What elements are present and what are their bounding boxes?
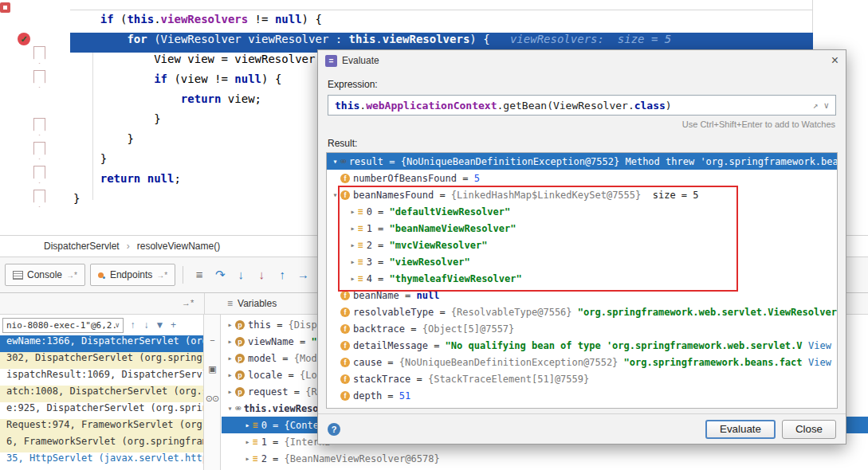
copy-stack-icon[interactable]: ▣	[208, 364, 215, 374]
remove-watch-icon[interactable]: −	[210, 335, 214, 345]
result-row[interactable]: ▾fbeanNamesFound = {LinkedHashMap$Linked…	[327, 186, 837, 203]
result-row[interactable]: ▸≡3 = "viewResolver"	[327, 253, 837, 270]
row-content: fstackTrace = {StackTraceElement[51]@755…	[330, 374, 837, 385]
result-row[interactable]: fbeanName = null	[327, 287, 837, 304]
help-icon[interactable]: ?	[328, 423, 340, 436]
code-token: view;	[221, 92, 261, 105]
expression-input[interactable]: this.webApplicationContext.getBean(ViewR…	[328, 95, 836, 116]
variables-menu-icon[interactable]: ≡	[227, 298, 233, 309]
result-row[interactable]: ▾⊙⊙result = {NoUniqueBeanDefinitionExcep…	[327, 153, 837, 170]
step-into-icon[interactable]: ↓	[232, 266, 249, 284]
expander-icon[interactable]: ▸	[348, 274, 358, 283]
chevron-down-icon[interactable]: ∨	[823, 100, 829, 111]
close-icon[interactable]: ×	[831, 54, 839, 67]
result-row[interactable]: fsuppressedExceptions = {Collections$Emp…	[327, 404, 837, 409]
thread-dropdown[interactable]: nio-8080-exec-1"@6,2... ∨	[2, 318, 124, 333]
result-row[interactable]: ▸≡1 = "beanNameViewResolver"	[327, 220, 837, 237]
run-to-cursor-icon[interactable]: →	[294, 266, 312, 284]
result-row[interactable]: fcause = {NoUniqueBeanDefinitionExceptio…	[327, 354, 837, 370]
variable-name: suppressedExceptions	[353, 407, 469, 409]
result-row[interactable]: ▸≡4 = "thymeleafViewResolver"	[327, 270, 837, 287]
equals-sign: =	[372, 223, 390, 234]
result-row[interactable]: fdepth = 51	[327, 387, 837, 404]
gutter-pin-icon	[33, 142, 45, 159]
view-link[interactable]: View	[803, 340, 837, 351]
previous-frame-icon[interactable]: ↑	[126, 319, 139, 331]
result-row[interactable]: fstackTrace = {StackTraceElement[51]@755…	[327, 370, 837, 387]
view-options-icon[interactable]: ≡	[190, 266, 208, 284]
mute-breakpoints-icon[interactable]	[0, 2, 10, 13]
watch-icon: ⊙⊙	[340, 158, 345, 165]
expander-icon[interactable]: ▸	[242, 421, 253, 429]
frame-row[interactable]: 6, FrameworkServlet (org.springframewo	[0, 436, 203, 452]
equals-sign: =	[428, 340, 446, 351]
expander-icon[interactable]: ▸	[225, 370, 235, 379]
frame-row[interactable]: atch:1008, DispatcherServlet (org.spring…	[0, 386, 203, 402]
expander-icon[interactable]: ▸	[225, 320, 235, 329]
breadcrumb-class[interactable]: DispatcherServlet	[44, 241, 120, 252]
variable-name: 0	[367, 206, 372, 217]
value-reference: {NoUniqueBeanDefinitionException@7552}	[399, 357, 619, 368]
equals-sign: =	[383, 156, 401, 167]
frame-row[interactable]: ewName:1366, DispatcherServlet (org.sp	[0, 335, 203, 352]
close-button[interactable]: Close	[782, 420, 836, 439]
equals-sign: =	[372, 240, 390, 251]
expander-icon[interactable]: ▸	[225, 354, 235, 362]
result-row[interactable]: fnumberOfBeansFound = 5	[327, 170, 837, 186]
show-watches-icon[interactable]: ⊙⊙	[206, 394, 218, 404]
filter-frames-icon[interactable]: ▼	[153, 319, 167, 331]
expander-icon[interactable]: ▾	[330, 157, 340, 166]
row-content: fresolvableType = {ResolvableType@7556} …	[330, 307, 837, 318]
expander-icon[interactable]: ▸	[348, 241, 358, 249]
expander-icon[interactable]: ▸	[348, 207, 358, 216]
variable-row[interactable]: ▸≡2 = {BeanNameViewResolver@6578}	[222, 450, 868, 467]
dialog-titlebar[interactable]: = Evaluate ×	[318, 50, 846, 71]
restore-view-icon[interactable]: →*	[182, 298, 194, 307]
field-icon: f	[340, 341, 350, 351]
code-token: }	[73, 132, 134, 145]
code-line[interactable]: if (this.viewResolvers != null) {	[70, 13, 813, 33]
result-row[interactable]: fbacktrace = {Object[5]@7557}	[327, 320, 837, 337]
array-item-icon: ≡	[358, 240, 363, 250]
variable-name: 2	[367, 240, 372, 251]
frame-row[interactable]: 35, HttpServlet (javax.servlet.http)	[0, 452, 203, 469]
tab-arrow-icon: →*	[156, 271, 167, 280]
field-icon: f	[340, 324, 350, 334]
breadcrumb-method[interactable]: resolveViewName()	[137, 241, 220, 252]
frame-row[interactable]: e:925, DispatcherServlet (org.springfram…	[0, 402, 203, 419]
result-row[interactable]: fresolvableType = {ResolvableType@7556} …	[327, 304, 837, 320]
equals-sign: =	[289, 386, 306, 398]
view-link[interactable]: View	[803, 357, 837, 368]
step-over-icon[interactable]: ↷	[211, 266, 229, 284]
tab-endpoints[interactable]: Endpoints →*	[90, 264, 175, 286]
frame-row[interactable]: Request:974, FrameworkServlet (org.sprin	[0, 419, 203, 436]
expander-icon[interactable]: ▸	[348, 257, 358, 266]
gutter-pin-icon	[33, 190, 45, 207]
equals-sign: =	[282, 370, 300, 381]
result-row[interactable]: ▸≡0 = "defaultViewResolver"	[327, 203, 837, 220]
expander-icon[interactable]: ▸	[242, 454, 253, 463]
expander-icon[interactable]: ▸	[225, 387, 235, 396]
step-out-icon[interactable]: ↑	[273, 266, 291, 284]
evaluate-button[interactable]: Evaluate	[705, 420, 776, 439]
tab-console[interactable]: Console →*	[5, 264, 85, 286]
frame-row[interactable]: ispatchResult:1069, DispatcherServlet (o…	[0, 369, 203, 386]
expander-icon[interactable]: ▸	[225, 337, 235, 346]
expander-icon[interactable]: ▸	[348, 224, 358, 233]
expander-icon[interactable]: ▾	[330, 190, 340, 199]
result-row[interactable]: fdetailMessage = "No qualifying bean of …	[327, 337, 837, 354]
add-frame-icon[interactable]: +	[167, 319, 180, 331]
expander-icon[interactable]: ▸	[242, 437, 253, 446]
frames-toolbar: nio-8080-exec-1"@6,2... ∨ ↑↓▼+	[0, 315, 203, 335]
force-step-into-icon[interactable]: ↓	[253, 266, 270, 284]
variable-name: detailMessage	[353, 340, 428, 351]
variable-name: 2	[261, 453, 267, 464]
breadcrumb-separator-icon: ›	[127, 241, 130, 252]
frame-row[interactable]: 302, DispatcherServlet (org.springframew	[0, 352, 203, 369]
expand-icon[interactable]: ↗	[813, 100, 819, 111]
next-frame-icon[interactable]: ↓	[139, 319, 153, 331]
breakpoint-icon[interactable]: ✓	[18, 33, 30, 45]
expander-icon[interactable]: ▾	[225, 404, 235, 413]
result-row[interactable]: ▸≡2 = "mvcViewResolver"	[327, 237, 837, 253]
code-token: (ViewResolver viewResolver :	[147, 33, 349, 45]
